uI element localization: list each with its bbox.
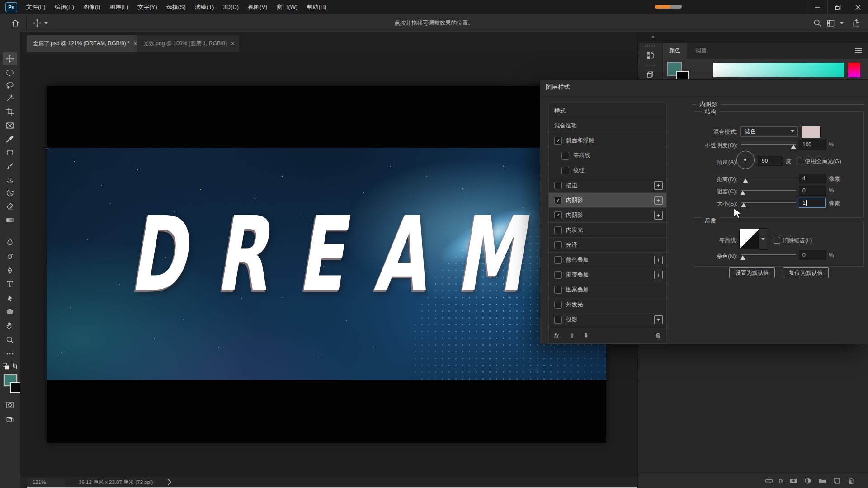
angle-dial[interactable] xyxy=(736,151,755,169)
contour-thumbnail[interactable] xyxy=(739,229,760,249)
add-effect-icon[interactable] xyxy=(654,271,663,279)
menu-help[interactable]: 帮助(H) xyxy=(302,0,331,14)
checkbox-icon[interactable] xyxy=(561,152,569,160)
style-row-color-overlay[interactable]: 颜色叠加 xyxy=(549,253,666,267)
checkbox-icon[interactable] xyxy=(554,301,562,309)
move-effect-up-icon[interactable] xyxy=(569,332,576,339)
pen-tool-icon[interactable] xyxy=(3,264,17,277)
style-row-contour[interactable]: 等高线 xyxy=(549,148,666,163)
style-row-inner-shadow-selected[interactable]: 内阴影 xyxy=(549,193,666,208)
checkbox-icon[interactable] xyxy=(554,316,562,324)
fx-menu-icon[interactable]: fx xyxy=(554,332,559,339)
type-tool-icon[interactable] xyxy=(3,277,17,290)
menu-3d[interactable]: 3D(D) xyxy=(218,0,243,14)
screen-mode-icon[interactable] xyxy=(3,413,17,426)
checkbox-icon[interactable] xyxy=(561,167,569,174)
path-selection-tool-icon[interactable] xyxy=(3,292,17,305)
checkbox-icon[interactable] xyxy=(554,271,562,279)
set-default-button[interactable]: 设置为默认值 xyxy=(729,267,775,278)
style-row-satin[interactable]: 光泽 xyxy=(549,238,666,253)
checkbox-icon[interactable] xyxy=(554,241,562,249)
style-row-drop-shadow[interactable]: 投影 xyxy=(549,312,666,327)
delete-effect-icon[interactable] xyxy=(655,332,662,339)
new-group-icon[interactable] xyxy=(818,476,827,485)
checkbox-icon[interactable] xyxy=(554,226,562,234)
choke-value-field[interactable]: 0 xyxy=(799,186,826,196)
panel-grip[interactable] xyxy=(645,45,656,47)
checkbox-icon[interactable] xyxy=(554,137,562,145)
choke-slider[interactable] xyxy=(741,188,796,195)
checkbox-icon[interactable] xyxy=(554,197,562,204)
blur-tool-icon[interactable] xyxy=(3,235,17,248)
menu-filter[interactable]: 滤镜(T) xyxy=(190,0,219,14)
zoom-level-field[interactable]: 121% xyxy=(27,478,65,487)
add-effect-icon[interactable] xyxy=(654,196,663,205)
status-options-chevron-icon[interactable] xyxy=(167,479,172,485)
size-value-field[interactable]: 1 xyxy=(799,198,826,208)
tab-document-2[interactable]: 光效.png @ 100% (图层 1, RGB/8) × xyxy=(137,35,239,52)
noise-slider[interactable] xyxy=(741,253,796,259)
burn-tool-icon[interactable] xyxy=(3,250,17,263)
history-brush-tool-icon[interactable] xyxy=(3,187,17,199)
gradient-tool-icon[interactable] xyxy=(3,214,17,226)
menu-window[interactable]: 窗口(W) xyxy=(272,0,302,14)
hue-ramp[interactable] xyxy=(848,63,860,77)
distance-slider[interactable] xyxy=(741,176,796,183)
adjustment-layer-icon[interactable] xyxy=(803,476,812,485)
opacity-slider[interactable] xyxy=(741,142,796,149)
document-canvas[interactable]: DREAM xyxy=(47,86,606,443)
search-icon[interactable] xyxy=(813,19,822,28)
tab-document-1[interactable]: 金属字.psd @ 121% (DREAM, RGB/8) * × xyxy=(27,35,142,52)
panel-menu-icon[interactable] xyxy=(855,48,862,53)
color-ramp-gradient[interactable] xyxy=(713,63,844,77)
zoom-tool-icon[interactable] xyxy=(3,333,17,346)
style-row-stroke[interactable]: 描边 xyxy=(549,178,666,193)
blend-mode-select[interactable]: 滤色 xyxy=(740,126,798,137)
add-effect-icon[interactable] xyxy=(654,315,663,324)
menu-image[interactable]: 图像(I) xyxy=(79,0,105,14)
add-effect-icon[interactable] xyxy=(654,211,663,220)
minimize-button[interactable] xyxy=(807,0,828,14)
quick-selection-tool-icon[interactable] xyxy=(3,92,17,104)
opacity-value-field[interactable]: 100 xyxy=(799,140,826,150)
use-global-light-checkbox[interactable] xyxy=(796,158,802,164)
eyedropper-tool-icon[interactable] xyxy=(3,133,17,145)
style-row-texture[interactable]: 纹理 xyxy=(549,163,666,178)
share-icon[interactable] xyxy=(852,19,861,28)
antialias-checkbox[interactable] xyxy=(774,237,780,244)
tab-color[interactable]: 颜色 xyxy=(663,43,687,59)
style-row-pattern-overlay[interactable]: 图案叠加 xyxy=(549,282,666,297)
lasso-tool-icon[interactable] xyxy=(3,79,17,92)
quick-mask-icon[interactable] xyxy=(3,399,17,411)
styles-header-row[interactable]: 样式 xyxy=(549,103,666,118)
workspace-switcher-icon[interactable] xyxy=(826,19,835,28)
noise-value-field[interactable]: 0 xyxy=(799,250,826,260)
checkbox-icon[interactable] xyxy=(554,211,562,219)
size-slider[interactable] xyxy=(741,201,796,207)
style-row-outer-glow[interactable]: 外发光 xyxy=(549,297,666,312)
link-layers-icon[interactable] xyxy=(764,476,774,485)
default-colors-icon[interactable] xyxy=(3,363,9,370)
checkbox-icon[interactable] xyxy=(554,286,562,294)
layer-mask-icon[interactable] xyxy=(789,476,798,485)
close-tab-icon[interactable]: × xyxy=(231,40,235,47)
distance-value-field[interactable]: 4 xyxy=(799,174,826,183)
menu-view[interactable]: 视图(V) xyxy=(243,0,272,14)
menu-select[interactable]: 选择(S) xyxy=(161,0,190,14)
clone-stamp-tool-icon[interactable] xyxy=(3,174,17,186)
style-row-inner-glow[interactable]: 内发光 xyxy=(549,223,666,238)
eraser-tool-icon[interactable] xyxy=(3,200,17,212)
spot-healing-tool-icon[interactable] xyxy=(3,146,17,159)
move-effect-down-icon[interactable] xyxy=(583,332,590,339)
checkbox-icon[interactable] xyxy=(554,182,562,189)
collapse-panels-icon[interactable]: « xyxy=(651,33,654,40)
hand-tool-icon[interactable] xyxy=(3,319,17,332)
contour-dropdown-icon[interactable] xyxy=(759,228,767,250)
panel-grip[interactable] xyxy=(645,65,656,66)
style-row-inner-shadow-2[interactable]: 内阴影 xyxy=(549,208,666,223)
angle-value-field[interactable]: 90 xyxy=(758,156,783,166)
tab-adjustments[interactable]: 调整 xyxy=(689,43,713,59)
layer-style-fx-icon[interactable]: fx xyxy=(779,477,783,484)
frame-tool-icon[interactable] xyxy=(3,119,17,132)
style-row-bevel-emboss[interactable]: 斜面和浮雕 xyxy=(549,133,666,148)
